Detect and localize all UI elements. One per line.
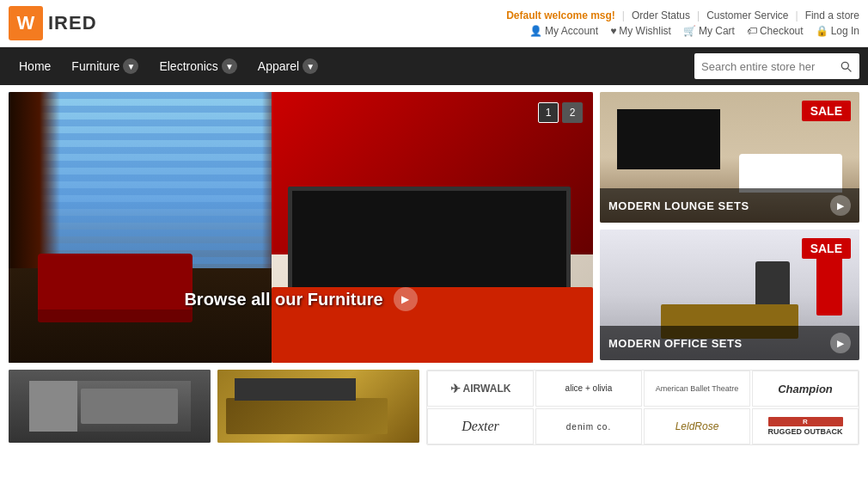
brand-denim[interactable]: denim co. (535, 408, 642, 444)
slide-dots: 1 2 (538, 102, 583, 123)
brand-dexter[interactable]: Dexter (427, 408, 534, 444)
login-icon: 🔒 (816, 25, 828, 37)
search-button[interactable] (832, 53, 859, 79)
logo-icon: W (9, 6, 43, 40)
my-wishlist-link[interactable]: ♥ My Wishlist (610, 25, 671, 37)
nav-furniture[interactable]: Furniture ▼ (61, 47, 149, 85)
slide-caption-text: Browse all our Furniture (184, 290, 382, 309)
bedroom-image (217, 370, 419, 443)
brand-champion[interactable]: Champion (752, 371, 859, 407)
lounge-banner[interactable]: SALE MODERN LOUNGE SETS ▶ (600, 92, 859, 223)
brands-area: ✈ AIRWALK alice + olivia American Ballet… (426, 370, 859, 445)
account-links: 👤 My Account ♥ My Wishlist 🛒 My Cart 🏷 C… (529, 25, 859, 37)
office-chair (755, 261, 790, 304)
find-store-link[interactable]: Find a store (805, 9, 859, 21)
logo-area: W IRED (9, 6, 97, 40)
search-icon (839, 59, 853, 73)
logo-text: IRED (48, 12, 97, 34)
nav-electronics[interactable]: Electronics ▼ (149, 47, 247, 85)
checkout-icon: 🏷 (747, 25, 757, 37)
search-input[interactable] (694, 53, 832, 79)
checkout-link[interactable]: 🏷 Checkout (747, 25, 804, 37)
hero-background (9, 92, 593, 363)
side-banners: SALE MODERN LOUNGE SETS ▶ SALE MODERN OF… (600, 92, 859, 363)
slide-caption: Browse all our Furniture ▶ (9, 287, 593, 311)
wishlist-icon: ♥ (610, 25, 616, 37)
top-bar: W IRED Default welcome msg! | Order Stat… (0, 0, 868, 47)
top-right: Default welcome msg! | Order Status | Cu… (506, 9, 859, 37)
bathroom-thumbnail[interactable] (9, 370, 211, 443)
brand-alice-olivia[interactable]: alice + olivia (535, 371, 642, 407)
office-sale-badge: SALE (802, 238, 851, 259)
welcome-message: Default welcome msg! (506, 9, 615, 21)
bottom-section: ✈ AIRWALK alice + olivia American Ballet… (0, 370, 868, 452)
brand-rugged-outback[interactable]: R RUGGED OUTBACK (752, 408, 859, 444)
lounge-sale-badge: SALE (802, 101, 851, 121)
office-banner[interactable]: SALE MODERN OFFICE SETS ▶ (600, 230, 859, 360)
furniture-arrow-icon: ▼ (123, 58, 138, 74)
tv-unit (288, 187, 571, 295)
right-section (272, 92, 593, 363)
search-area (694, 53, 859, 79)
order-status-link[interactable]: Order Status (632, 9, 690, 21)
main-content: 1 2 Browse all our Furniture ▶ SALE MODE… (0, 85, 868, 370)
my-account-link[interactable]: 👤 My Account (529, 25, 598, 37)
office-play-button[interactable]: ▶ (830, 333, 851, 353)
cart-icon: 🛒 (683, 25, 696, 37)
my-cart-link[interactable]: 🛒 My Cart (683, 25, 735, 37)
nav-apparel[interactable]: Apparel ▼ (248, 47, 328, 85)
apparel-arrow-icon: ▼ (303, 58, 318, 74)
slide-dot-1[interactable]: 1 (538, 102, 559, 123)
hero-slider[interactable]: 1 2 Browse all our Furniture ▶ (9, 92, 593, 363)
nav-home[interactable]: Home (9, 47, 61, 85)
customer-service-link[interactable]: Customer Service (706, 9, 788, 21)
brand-airwalk[interactable]: ✈ AIRWALK (427, 371, 534, 407)
top-links: Default welcome msg! | Order Status | Cu… (506, 9, 859, 21)
office-banner-label: MODERN OFFICE SETS ▶ (600, 326, 859, 360)
lounge-sofa (739, 154, 842, 193)
room-scene (9, 92, 593, 363)
brand-american-ballet[interactable]: American Ballet Theatre (644, 371, 750, 407)
lounge-banner-label: MODERN LOUNGE SETS ▶ (600, 188, 859, 223)
login-link[interactable]: 🔒 Log In (816, 25, 859, 37)
lounge-tv (617, 109, 720, 169)
account-icon: 👤 (529, 25, 542, 37)
slide-dot-2[interactable]: 2 (562, 102, 583, 123)
brand-rose[interactable]: LeldRose (644, 408, 750, 444)
bathroom-image (9, 370, 211, 443)
lounge-play-button[interactable]: ▶ (830, 195, 851, 216)
electronics-arrow-icon: ▼ (222, 58, 237, 74)
bedroom-thumbnail[interactable] (217, 370, 419, 443)
play-button[interactable]: ▶ (394, 287, 418, 311)
tv-screen (292, 191, 566, 291)
nav-bar: Home Furniture ▼ Electronics ▼ Apparel ▼ (0, 47, 868, 85)
